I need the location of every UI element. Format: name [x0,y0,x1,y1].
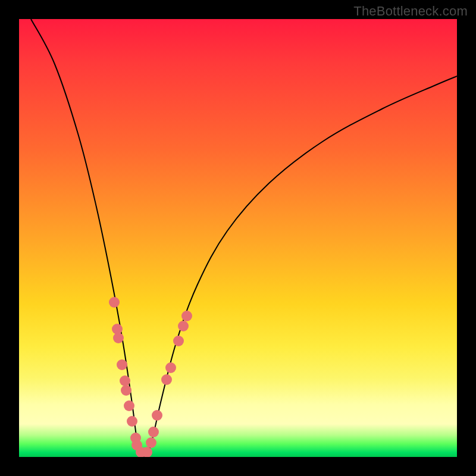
data-marker [146,437,156,448]
data-marker [161,374,172,385]
data-marker [148,427,159,437]
data-marker [181,311,192,321]
data-marker [152,410,162,421]
data-marker [165,362,176,373]
data-marker [121,385,131,396]
data-marker [124,400,134,411]
data-marker [120,375,130,386]
data-marker [109,297,120,308]
plot-area [19,19,457,457]
chart-frame: TheBottleneck.com [0,0,476,476]
data-marker [127,416,137,427]
data-marker [173,336,184,346]
marker-group [109,297,192,457]
bottleneck-curve [31,19,457,457]
curve-svg [19,19,457,457]
data-marker [113,333,124,343]
data-marker [117,359,127,370]
data-marker [178,321,189,331]
watermark-text: TheBottleneck.com [353,4,468,19]
